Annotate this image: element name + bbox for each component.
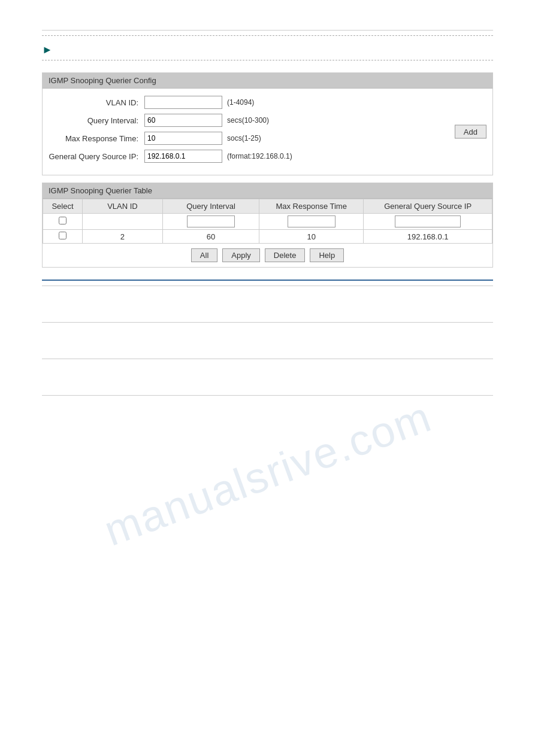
all-button[interactable]: All xyxy=(191,248,217,262)
filter-max-response-time-input[interactable] xyxy=(288,215,335,227)
max-response-time-label: Max Response Time: xyxy=(49,134,144,143)
bottom-thin-divider-3 xyxy=(42,359,493,359)
row-query-interval-value: 60 xyxy=(207,232,215,241)
table-header-row: Select VLAN ID Query Interval Max Respon… xyxy=(43,199,492,214)
querier-table: Select VLAN ID Query Interval Max Respon… xyxy=(43,199,492,244)
table-row: 2 60 10 192.168.0.1 xyxy=(43,230,492,244)
general-query-source-ip-input[interactable] xyxy=(144,150,222,163)
table-panel-header: IGMP Snooping Querier Table xyxy=(43,183,492,199)
filter-query-interval-input[interactable] xyxy=(187,215,235,227)
config-panel-header: IGMP Snooping Querier Config xyxy=(43,73,492,89)
query-interval-row: Query Interval: secs(10-300) xyxy=(49,114,486,127)
general-query-source-ip-row: General Query Source IP: (format:192.168… xyxy=(49,150,486,163)
note-section: ► xyxy=(42,43,493,55)
filter-general-query-source-ip-cell xyxy=(364,214,492,230)
filter-general-query-source-ip-input[interactable] xyxy=(395,215,461,227)
config-panel: IGMP Snooping Querier Config VLAN ID: (1… xyxy=(42,72,493,175)
help-button[interactable]: Help xyxy=(310,248,344,262)
config-panel-title: IGMP Snooping Querier Config xyxy=(49,76,156,85)
config-panel-body: VLAN ID: (1-4094) Query Interval: secs(1… xyxy=(43,89,492,175)
row-checkbox[interactable] xyxy=(59,232,67,239)
filter-query-interval-cell xyxy=(163,214,259,230)
bottom-thick-divider xyxy=(42,280,493,281)
general-query-source-ip-hint: (format:192.168.0.1) xyxy=(227,152,292,160)
row-general-query-source-ip-value: 192.168.0.1 xyxy=(407,232,449,241)
table-panel-body: Select VLAN ID Query Interval Max Respon… xyxy=(43,199,492,267)
row-general-query-source-ip-cell: 192.168.0.1 xyxy=(364,230,492,244)
add-button-container: Add xyxy=(455,125,486,139)
apply-button[interactable]: Apply xyxy=(222,248,260,262)
table-filter-row xyxy=(43,214,492,230)
row-query-interval-cell: 60 xyxy=(163,230,259,244)
vlan-id-label: VLAN ID: xyxy=(49,98,144,107)
row-select-cell xyxy=(43,230,83,244)
top-divider xyxy=(42,30,493,31)
filter-max-response-time-cell xyxy=(259,214,363,230)
add-button[interactable]: Add xyxy=(455,125,486,139)
watermark: manualsrive.com xyxy=(98,391,438,555)
bottom-section xyxy=(42,280,493,396)
row-vlan-id-value: 2 xyxy=(120,232,125,241)
col-header-vlan-id: VLAN ID xyxy=(82,199,162,214)
delete-button[interactable]: Delete xyxy=(265,248,306,262)
col-header-max-response-time: Max Response Time xyxy=(259,199,363,214)
filter-checkbox[interactable] xyxy=(59,217,67,224)
action-buttons-row: All Apply Delete Help xyxy=(43,244,492,267)
filter-select-cell xyxy=(43,214,83,230)
col-header-general-query-source-ip: General Query Source IP xyxy=(364,199,492,214)
row-vlan-id-cell: 2 xyxy=(82,230,162,244)
max-response-time-row: Max Response Time: socs(1-25) xyxy=(49,132,486,145)
col-header-query-interval: Query Interval xyxy=(163,199,259,214)
general-query-source-ip-label: General Query Source IP: xyxy=(49,152,144,161)
vlan-id-row: VLAN ID: (1-4094) xyxy=(49,96,486,109)
dashed-divider-1 xyxy=(42,35,493,36)
vlan-id-input[interactable] xyxy=(144,96,222,109)
max-response-time-input[interactable] xyxy=(144,132,222,145)
row-max-response-time-value: 10 xyxy=(307,232,315,241)
page-wrapper: ► IGMP Snooping Querier Config VLAN ID: … xyxy=(0,30,535,756)
col-header-select: Select xyxy=(43,199,83,214)
query-interval-hint: secs(10-300) xyxy=(227,116,269,125)
vlan-id-hint: (1-4094) xyxy=(227,98,254,107)
main-content: IGMP Snooping Querier Config VLAN ID: (1… xyxy=(42,72,493,268)
query-interval-label: Query Interval: xyxy=(49,116,144,125)
bottom-thin-divider-4 xyxy=(42,395,493,396)
bottom-thin-divider-2 xyxy=(42,322,493,323)
table-panel: IGMP Snooping Querier Table Select VLAN … xyxy=(42,183,493,268)
dashed-divider-2 xyxy=(42,60,493,60)
arrow-icon: ► xyxy=(42,44,53,55)
row-max-response-time-cell: 10 xyxy=(259,230,363,244)
filter-vlan-id-cell xyxy=(82,214,162,230)
query-interval-input[interactable] xyxy=(144,114,222,127)
max-response-time-hint: socs(1-25) xyxy=(227,134,261,142)
table-panel-title: IGMP Snooping Querier Table xyxy=(49,186,152,195)
bottom-thin-divider-1 xyxy=(42,286,493,286)
